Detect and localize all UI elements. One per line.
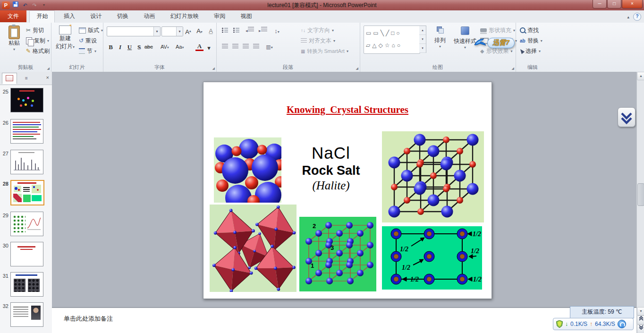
figure-structure-numbered[interactable]: 2 3 1 (299, 217, 376, 291)
thunder-floating-widget[interactable]: 迅雷7 (474, 38, 515, 48)
columns-button[interactable]: ▥▾ (265, 43, 273, 51)
tab-review[interactable]: 审阅 (207, 10, 232, 22)
clipboard-dialog-launcher[interactable]: ◢ (47, 67, 50, 70)
drawing-dialog-launcher[interactable]: ◢ (512, 67, 514, 70)
figure-nacl-spacefill[interactable] (214, 137, 281, 203)
replace-button[interactable]: ab 替换▾ (518, 36, 544, 45)
paragraph-dialog-launcher[interactable]: ◢ (356, 67, 358, 70)
powerpoint-app-icon[interactable]: P (2, 1, 10, 9)
font-dialog-launcher[interactable]: ◢ (212, 67, 215, 70)
decrease-indent-button[interactable]: ◂ (246, 26, 254, 35)
gallery-more-icon[interactable]: ▾ (419, 44, 426, 53)
slide-thumbnail-27[interactable] (10, 150, 43, 174)
figure-nacl-ball-stick[interactable] (382, 131, 484, 222)
slide-thumbnail-25[interactable] (10, 88, 43, 112)
clear-formatting-button[interactable]: A̲ (207, 26, 215, 35)
tab-transitions[interactable]: 切换 (110, 10, 135, 22)
find-button[interactable]: 查找 (518, 26, 540, 35)
underline-button[interactable]: U (126, 43, 134, 51)
paste-button[interactable]: 粘贴▾ (5, 26, 24, 51)
text-direction-button[interactable]: ↑↓ 文字方向▾ (299, 26, 335, 35)
shrink-font-button[interactable]: A▾ (195, 26, 203, 35)
floating-next-slide-button[interactable] (618, 107, 636, 127)
shapes-gallery-scroll[interactable]: ▴ ▾ ▾ (419, 26, 426, 53)
qat-customize-button[interactable]: ▾ (40, 1, 48, 9)
figure-octahedra[interactable] (210, 205, 297, 292)
line-spacing-button[interactable]: ↕▾ (273, 26, 281, 35)
slide-thumbnail-32[interactable] (10, 302, 43, 327)
layout-button[interactable]: 版式▾ (77, 26, 104, 35)
network-traffic-widget[interactable]: ↓ 0.1K/S ↑ 64.3K/S (553, 318, 634, 330)
chevron-down-icon[interactable]: ▾ (176, 27, 183, 36)
justify-button[interactable] (252, 43, 260, 51)
format-painter-button[interactable]: ✎ 格式刷 (25, 46, 51, 56)
close-button[interactable]: × (622, 0, 643, 9)
strikethrough-button[interactable]: abc (144, 43, 153, 51)
scroll-down-icon[interactable]: ▾ (419, 35, 426, 44)
save-button[interactable] (12, 1, 19, 9)
grow-font-button[interactable]: A▴ (184, 26, 192, 35)
new-slide-button[interactable]: 新建 幻灯片▾ (54, 26, 76, 51)
figure-caption[interactable]: NaCl Rock Salt (Halite) (300, 144, 362, 192)
shape-fill-button[interactable]: 形状填充▾ (479, 26, 517, 35)
tab-animations[interactable]: 动画 (137, 10, 161, 22)
font-name-combo[interactable]: ▾ (107, 26, 161, 36)
minimize-button[interactable]: ─ (593, 0, 607, 9)
slide-title[interactable]: Knowing Crystal Structures (203, 104, 491, 116)
tab-file[interactable]: 文件 (0, 10, 26, 22)
numbering-button[interactable] (232, 26, 240, 35)
convert-smartart-button[interactable]: ▦ 转换为 SmartArt▾ (299, 46, 350, 56)
notes-placeholder[interactable]: 单击此处添加备注 (64, 315, 113, 323)
slide-canvas[interactable]: Knowing Crystal Structures NaCl Rock Sal… (203, 82, 492, 299)
slide-thumbnail-30[interactable] (10, 242, 43, 266)
scroll-up-button[interactable]: ▲ (637, 72, 644, 80)
previous-slide-button[interactable] (637, 316, 644, 324)
collapse-ribbon-icon[interactable]: ▴ (627, 15, 629, 19)
align-right-button[interactable] (242, 43, 250, 51)
increase-indent-button[interactable]: ▸ (259, 26, 267, 35)
tab-slideshow[interactable]: 幻灯片放映 (164, 10, 205, 22)
tab-slides-thumbnails[interactable] (2, 73, 17, 84)
tab-home[interactable]: 开始 (29, 10, 55, 23)
slide-thumbnail-28[interactable] (10, 180, 44, 205)
tab-outline[interactable]: ≡ (19, 73, 34, 84)
shapes-gallery[interactable]: ▭▭╲╱□○ ▱△◇☆⌂○ (364, 26, 420, 54)
slide-thumbnail-29[interactable] (10, 212, 43, 236)
change-case-button[interactable]: Aa▾ (176, 43, 184, 51)
select-button[interactable]: 选择▾ (518, 46, 542, 56)
section-button[interactable]: 节▾ (77, 46, 98, 56)
tab-insert[interactable]: 插入 (57, 10, 82, 22)
undo-button[interactable]: ↶ (21, 1, 29, 9)
maximize-button[interactable]: □ (607, 0, 621, 9)
vertical-scrollbar[interactable]: ▲ ▼ (636, 72, 644, 333)
panel-close-button[interactable]: × (46, 75, 49, 80)
tab-view[interactable]: 视图 (234, 10, 259, 22)
slide-thumbnail-31[interactable] (10, 272, 43, 297)
tab-design[interactable]: 设计 (84, 10, 108, 22)
redo-button[interactable]: ↷ (31, 1, 38, 9)
font-color-dropdown[interactable]: ▾ (205, 43, 213, 52)
notes-pane[interactable]: 单击此处添加备注 (52, 307, 636, 333)
slide-thumbnail-26[interactable] (10, 119, 43, 144)
next-slide-button[interactable] (637, 324, 644, 333)
font-color-button[interactable]: A (195, 43, 203, 51)
align-text-button[interactable]: 对齐文本▾ (299, 36, 337, 45)
text-shadow-button[interactable]: S (135, 43, 143, 51)
scroll-down-button[interactable]: ▼ (637, 307, 644, 316)
bullets-button[interactable] (221, 26, 229, 35)
scrollbar-thumb[interactable] (637, 183, 644, 206)
cut-button[interactable]: ✂ 剪切 (25, 26, 45, 35)
figure-projection-diagram[interactable]: 1/2 1/2 1/2 1/2 1/2 1/2 (382, 226, 482, 290)
scroll-up-icon[interactable]: ▴ (419, 26, 426, 35)
copy-button[interactable]: 复制▾ (25, 36, 51, 45)
chevron-down-icon[interactable]: ▾ (153, 27, 160, 36)
font-size-combo[interactable]: ▾ (161, 26, 183, 36)
arrange-button[interactable]: 排列▾ (430, 26, 450, 49)
character-spacing-button[interactable]: AV▾ (161, 43, 169, 51)
bold-button[interactable]: B (107, 43, 115, 51)
align-center-button[interactable] (231, 43, 239, 51)
reset-button[interactable]: ↺ 重设 (77, 36, 98, 45)
help-button[interactable]: ? (633, 13, 641, 21)
align-left-button[interactable] (221, 43, 229, 51)
browser-icon[interactable] (618, 320, 626, 328)
